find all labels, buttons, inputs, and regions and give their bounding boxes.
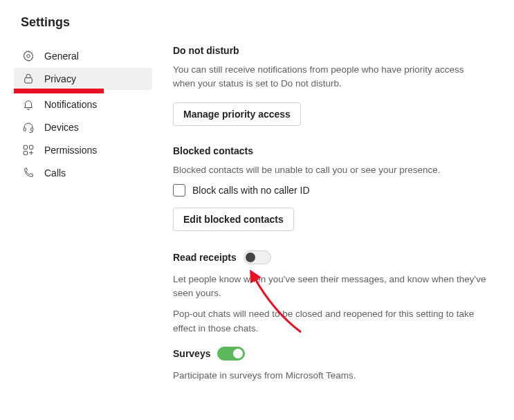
settings-sidebar: General Privacy Notifications Devices (14, 45, 152, 420)
block-no-caller-id-label: Block calls with no caller ID (192, 185, 310, 196)
sidebar-item-devices[interactable]: Devices (14, 116, 152, 138)
bell-icon (22, 98, 35, 111)
sidebar-item-privacy[interactable]: Privacy (14, 68, 152, 90)
blocked-heading: Blocked contacts (173, 145, 486, 156)
sidebar-item-label: General (44, 51, 79, 62)
dnd-description: You can still receive notifications from… (173, 63, 486, 91)
svg-rect-6 (24, 152, 27, 155)
phone-icon (22, 167, 35, 179)
apps-icon (22, 144, 35, 156)
surveys-heading: Surveys (173, 348, 210, 359)
surveys-description: Participate in surveys from Microsoft Te… (173, 369, 486, 383)
read-receipts-heading: Read receipts (173, 252, 237, 263)
read-receipts-toggle[interactable] (244, 250, 271, 264)
annotation-redline (14, 89, 104, 93)
read-receipts-desc-1: Let people know when you've seen their m… (173, 273, 486, 301)
settings-content: Do not disturb You can still receive not… (152, 45, 493, 420)
page-title: Settings (21, 15, 493, 30)
block-no-caller-id-checkbox[interactable] (173, 184, 185, 197)
sidebar-item-label: Calls (44, 167, 66, 179)
blocked-description: Blocked contacts will be unable to call … (173, 163, 486, 177)
read-receipts-desc-2: Pop-out chats will need to be closed and… (173, 307, 486, 336)
svg-point-0 (27, 55, 30, 58)
sidebar-item-label: Devices (44, 122, 79, 133)
sidebar-item-label: Privacy (44, 73, 76, 84)
sidebar-item-label: Notifications (44, 99, 97, 110)
svg-rect-1 (25, 78, 33, 84)
lock-icon (22, 73, 35, 85)
svg-rect-5 (30, 145, 33, 149)
sidebar-item-notifications[interactable]: Notifications (14, 93, 152, 116)
dnd-heading: Do not disturb (173, 45, 486, 56)
sidebar-item-calls[interactable]: Calls (14, 162, 152, 184)
edit-blocked-contacts-button[interactable]: Edit blocked contacts (173, 208, 294, 231)
headset-icon (22, 121, 35, 134)
svg-rect-4 (24, 145, 27, 149)
manage-priority-access-button[interactable]: Manage priority access (173, 102, 301, 126)
sidebar-item-permissions[interactable]: Permissions (14, 139, 152, 161)
svg-rect-2 (24, 128, 26, 131)
gear-icon (22, 50, 35, 62)
sidebar-item-label: Permissions (44, 145, 97, 156)
svg-rect-3 (31, 128, 33, 131)
surveys-toggle[interactable] (217, 347, 245, 360)
sidebar-item-general[interactable]: General (14, 45, 152, 67)
